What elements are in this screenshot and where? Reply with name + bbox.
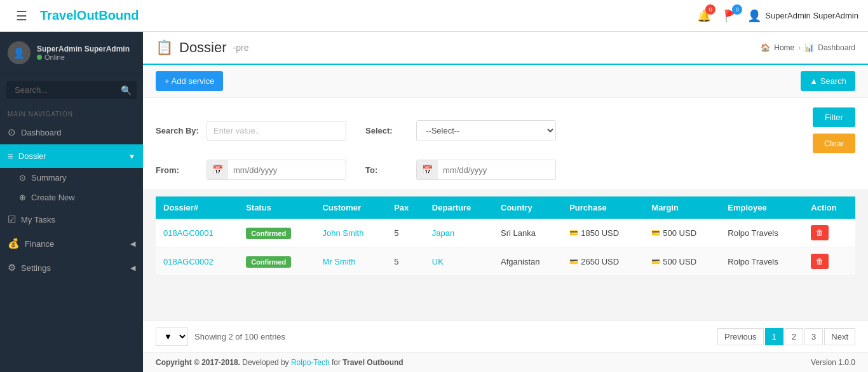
user-profile: 👤 SuperAdmin SuperAdmin Online: [0, 32, 143, 74]
copyright-text: Copyright © 2017-2018.: [156, 358, 240, 367]
to-date-input[interactable]: [438, 161, 555, 179]
customer-link[interactable]: Mr Smith: [322, 257, 355, 266]
search-actions: Filter Clear: [813, 107, 855, 153]
breadcrumb-current: Dashboard: [818, 43, 855, 52]
finance-chevron-icon: ◀: [130, 240, 135, 248]
sidebar-item-settings[interactable]: ⚙ Settings ◀: [0, 256, 143, 280]
select-dropdown[interactable]: --Select--: [416, 120, 556, 141]
sidebar-item-finance[interactable]: 💰 Finance ◀: [0, 231, 143, 256]
toolbar: + Add service ▲ Search: [143, 65, 868, 98]
page-footer: Copyright © 2017-2018. Developed by Rolp…: [143, 352, 868, 372]
table-section: Dossier# Status Customer Pax Departure C…: [143, 190, 868, 320]
select-label: Select:: [365, 126, 410, 135]
status-label: Online: [44, 53, 65, 61]
dossier-link[interactable]: 018AGC0002: [163, 257, 214, 266]
developed-by-text: Developed by: [242, 358, 291, 367]
departure-link[interactable]: UK: [432, 257, 444, 266]
brand-prefix: Travel: [40, 8, 77, 22]
sidebar-item-create-new[interactable]: ⊕ Create New: [0, 188, 143, 207]
search-toggle-button[interactable]: ▲ Search: [801, 71, 855, 91]
dossier-chevron-icon: ▼: [128, 153, 135, 160]
page-subtitle: -pre: [233, 43, 249, 53]
table-row: 018AGC0001 Confirmed John Smith 5 Japan …: [156, 219, 855, 247]
delete-button[interactable]: 🗑: [811, 254, 829, 269]
sidebar-item-label-dashboard: Dashboard: [21, 128, 62, 137]
dossier-link[interactable]: 018AGC0001: [163, 228, 214, 238]
user-info: 👤 SuperAdmin SuperAdmin: [747, 9, 858, 23]
page-title-icon: 📋: [156, 39, 173, 56]
sidebar-item-my-tasks[interactable]: ☑ My Tasks: [0, 207, 143, 231]
page-2-button[interactable]: 2: [785, 328, 803, 345]
cell-pax: 5: [386, 219, 424, 247]
cell-country: Afganistan: [493, 247, 562, 276]
company-name: Travel Outbound: [342, 358, 403, 367]
dossier-table: Dossier# Status Customer Pax Departure C…: [156, 196, 855, 276]
cell-action: 🗑: [803, 219, 855, 247]
nav-right: 🔔 0 🚩 0 👤 SuperAdmin SuperAdmin: [694, 6, 858, 26]
col-dossier: Dossier#: [156, 196, 238, 219]
clear-button[interactable]: Clear: [813, 134, 855, 153]
sidebar-item-label-summary: Summary: [31, 173, 67, 183]
search-by-input[interactable]: [207, 121, 346, 141]
page-1-button[interactable]: 1: [765, 328, 783, 345]
col-purchase: Purchase: [562, 196, 644, 219]
cell-customer: Mr Smith: [315, 247, 386, 276]
from-label: From:: [156, 165, 200, 175]
cell-action: 🗑: [803, 247, 855, 276]
my-tasks-icon: ☑: [8, 214, 16, 225]
breadcrumb-separator: ›: [798, 43, 801, 52]
margin-money-icon: 💳: [651, 229, 660, 237]
page-size-select[interactable]: ▼: [156, 327, 188, 346]
to-calendar-icon[interactable]: 📅: [417, 160, 438, 179]
from-date-group: From: 📅: [156, 160, 346, 180]
finance-icon: 💰: [8, 238, 20, 249]
notification-button[interactable]: 🔔 0: [694, 6, 714, 26]
cell-dossier: 018AGC0001: [156, 219, 238, 247]
col-status: Status: [238, 196, 315, 219]
filter-button[interactable]: Filter: [813, 107, 855, 127]
developer-link[interactable]: Rolpo-Tech: [291, 358, 330, 367]
sidebar-item-label-dossier: Dossier: [18, 151, 46, 161]
purchase-money-icon: 💳: [569, 258, 578, 266]
cell-customer: John Smith: [315, 219, 386, 247]
sidebar-search-input[interactable]: [11, 81, 121, 99]
departure-link[interactable]: Japan: [432, 228, 454, 238]
hamburger-button[interactable]: ☰: [10, 8, 34, 24]
cell-employee: Rolpo Travels: [720, 247, 803, 276]
create-new-bullet-icon: ⊕: [19, 193, 26, 202]
next-button[interactable]: Next: [824, 328, 855, 345]
sidebar-search-icon[interactable]: 🔍: [121, 85, 132, 95]
customer-link[interactable]: John Smith: [322, 228, 363, 238]
pagination: Previous 1 2 3 Next: [717, 328, 855, 345]
page-3-button[interactable]: 3: [804, 328, 823, 345]
from-calendar-icon[interactable]: 📅: [207, 160, 228, 179]
sidebar-item-label-finance: Finance: [25, 239, 54, 249]
sidebar-item-summary[interactable]: ⊙ Summary: [0, 168, 143, 188]
table-row: 018AGC0002 Confirmed Mr Smith 5 UK Afgan…: [156, 247, 855, 276]
brand-suffix: OutBound: [77, 8, 139, 22]
add-service-button[interactable]: + Add service: [156, 71, 223, 91]
for-text: for: [332, 358, 342, 367]
cell-dossier: 018AGC0002: [156, 247, 238, 276]
to-date-group: To: 📅: [365, 160, 556, 180]
sidebar-item-label-my-tasks: My Tasks: [21, 215, 55, 224]
breadcrumb-home[interactable]: Home: [774, 43, 794, 52]
footer-left: Copyright © 2017-2018. Developed by Rolp…: [156, 358, 403, 367]
to-label: To:: [365, 165, 410, 175]
sidebar-item-dashboard[interactable]: ⊙ Dashboard: [0, 120, 143, 144]
sidebar-search-box[interactable]: 🔍: [6, 81, 137, 99]
col-pax: Pax: [386, 196, 424, 219]
col-customer: Customer: [315, 196, 386, 219]
cell-status: Confirmed: [238, 219, 315, 247]
brand-logo: TravelOutBound: [40, 8, 139, 23]
online-status: Online: [37, 53, 130, 61]
content-area: 📋 Dossier -pre 🏠 Home › 📊 Dashboard + Ad…: [143, 32, 868, 372]
settings-chevron-icon: ◀: [130, 264, 135, 272]
sidebar-item-dossier[interactable]: ≡ Dossier ▼: [0, 144, 143, 168]
table-footer: ▼ Showing 2 of 100 entries Previous 1 2 …: [143, 320, 868, 352]
prev-button[interactable]: Previous: [717, 328, 764, 345]
cell-margin: 💳500 USD: [644, 219, 720, 247]
from-date-input[interactable]: [228, 161, 346, 179]
mail-button[interactable]: 🚩 0: [721, 6, 741, 26]
delete-button[interactable]: 🗑: [811, 225, 829, 240]
